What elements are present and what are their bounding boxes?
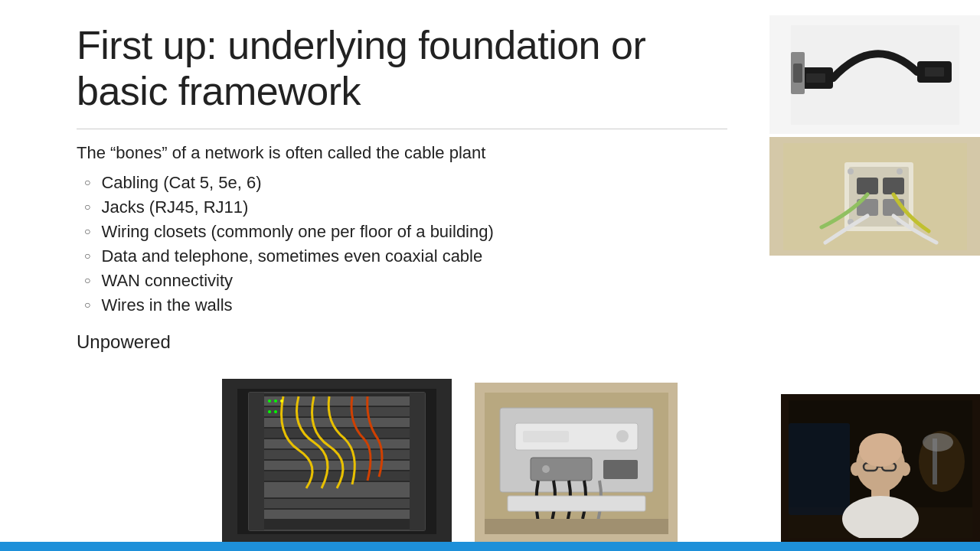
- svg-point-15: [897, 168, 903, 174]
- svg-rect-46: [603, 460, 638, 479]
- svg-point-34: [274, 399, 277, 403]
- svg-rect-26: [264, 439, 410, 448]
- list-item: Data and telephone, sometimes even coaxi…: [84, 244, 727, 269]
- svg-rect-30: [264, 482, 410, 497]
- svg-rect-2: [806, 73, 825, 83]
- svg-rect-10: [857, 178, 878, 194]
- svg-rect-32: [264, 510, 410, 519]
- list-item: Wiring closets (commonly one per floor o…: [84, 220, 727, 244]
- svg-point-14: [848, 168, 854, 174]
- bullet-list: Cabling (Cat 5, 5e, 6) Jacks (RJ45, RJ11…: [84, 171, 727, 318]
- svg-rect-31: [264, 499, 410, 508]
- svg-rect-11: [883, 178, 904, 194]
- svg-rect-21: [410, 393, 425, 530]
- svg-rect-47: [485, 519, 668, 534]
- svg-point-45: [542, 465, 550, 473]
- slide-container: First up: underlying foundation or basic…: [0, 0, 980, 551]
- svg-rect-20: [249, 393, 264, 530]
- server-rack-image: [222, 379, 452, 543]
- bottom-bar: [0, 542, 980, 551]
- svg-point-53: [923, 433, 953, 452]
- slide-title: First up: underlying foundation or basic…: [77, 23, 727, 115]
- bottom-images: [222, 379, 678, 543]
- svg-point-36: [268, 410, 271, 413]
- svg-rect-9: [849, 167, 909, 227]
- svg-point-63: [900, 462, 910, 476]
- svg-point-59: [859, 433, 902, 467]
- svg-point-35: [280, 399, 283, 403]
- wiring-closet-image: [475, 383, 678, 543]
- svg-rect-42: [523, 431, 569, 442]
- intro-text: The “bones” of a network is often called…: [77, 143, 727, 163]
- list-item: Cabling (Cat 5, 5e, 6): [84, 171, 727, 195]
- title-divider: [77, 129, 727, 129]
- svg-point-62: [851, 462, 861, 476]
- svg-rect-6: [793, 64, 802, 83]
- right-images-panel: [769, 15, 980, 256]
- svg-rect-23: [264, 407, 410, 416]
- list-item: Jacks (RJ45, RJ11): [84, 195, 727, 220]
- svg-rect-4: [925, 67, 944, 77]
- cable-image: [769, 15, 980, 134]
- svg-rect-22: [264, 396, 410, 406]
- webcam-overlay: [781, 394, 980, 543]
- svg-rect-54: [789, 423, 850, 515]
- svg-point-37: [274, 410, 277, 413]
- jack-image: [769, 137, 980, 256]
- svg-point-33: [268, 399, 271, 403]
- svg-rect-28: [264, 461, 410, 470]
- svg-rect-44: [531, 458, 592, 481]
- svg-rect-24: [264, 418, 410, 427]
- svg-rect-48: [508, 496, 645, 511]
- list-item: Wires in the walls: [84, 293, 727, 318]
- section-header: Unpowered: [77, 331, 727, 353]
- svg-rect-29: [264, 471, 410, 481]
- list-item: WAN connectivity: [84, 269, 727, 293]
- svg-point-43: [616, 430, 629, 442]
